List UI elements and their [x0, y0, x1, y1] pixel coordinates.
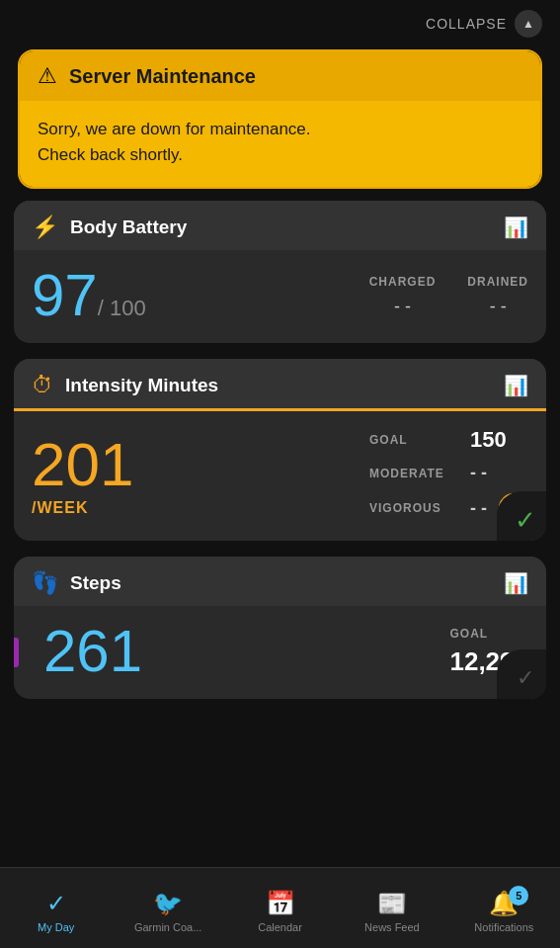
intensity-title: Intensity Minutes	[65, 375, 218, 396]
body-battery-icon: ⚡	[32, 215, 58, 240]
goal-value: 150	[470, 427, 507, 453]
warning-icon: ⚠	[38, 63, 57, 89]
notification-badge: 5	[509, 886, 528, 905]
calendar-icon: 📅	[266, 890, 295, 917]
steps-accent	[14, 638, 19, 667]
charged-value: - -	[394, 297, 411, 317]
nav-label-garmin-coach: Garmin Coa...	[134, 921, 201, 933]
steps-title: Steps	[70, 572, 121, 594]
nav-label-news-feed: News Feed	[364, 921, 420, 933]
intensity-chart-icon[interactable]: 📊	[504, 374, 528, 397]
steps-checkmark-icon: ✓	[517, 665, 534, 691]
body-battery-header: ⚡ Body Battery 📊	[14, 201, 546, 250]
nav-item-news-feed[interactable]: 📰 News Feed	[336, 884, 447, 933]
steps-header: 👣 Steps 📊	[14, 557, 546, 606]
checkmark-icon: ✓	[515, 505, 536, 536]
banner-text-line2: Check back shortly.	[38, 142, 522, 168]
moderate-label: MODERATE	[369, 467, 458, 480]
nav-item-my-day[interactable]: ✓ My Day	[0, 884, 112, 933]
collapse-label: COLLAPSE	[426, 16, 507, 32]
chart-icon[interactable]: 📊	[504, 215, 528, 239]
collapse-button[interactable]: ▲	[515, 10, 542, 38]
steps-icon: 👣	[32, 570, 58, 596]
body-battery-card[interactable]: ⚡ Body Battery 📊 97/ 100 CHARGED - - DRA…	[14, 201, 546, 343]
steps-value: 261	[43, 622, 142, 681]
steps-goal-label: GOAL	[449, 627, 488, 641]
drained-label: DRAINED	[467, 275, 528, 289]
banner-body: Sorry, we are down for maintenance. Chec…	[20, 101, 540, 187]
chevron-up-icon: ▲	[522, 17, 534, 31]
vigorous-label: VIGOROUS	[369, 501, 458, 515]
vigorous-value: - -	[470, 498, 487, 519]
nav-item-garmin-coach[interactable]: 🐦 Garmin Coa...	[112, 884, 223, 933]
nav-label-notifications: Notifications	[474, 921, 533, 933]
news-feed-icon: 📰	[377, 890, 407, 917]
intensity-value: 201	[32, 434, 133, 495]
nav-label-calendar: Calendar	[258, 921, 302, 933]
body-battery-title: Body Battery	[70, 216, 187, 238]
bottom-nav: ✓ My Day 🐦 Garmin Coa... 📅 Calendar 📰 Ne…	[0, 867, 560, 948]
charged-label: CHARGED	[369, 275, 437, 289]
intensity-minutes-card[interactable]: ⏱ Intensity Minutes 📊 201 /WEEK GOAL 150…	[14, 359, 546, 541]
body-battery-max: / 100	[98, 296, 146, 320]
completion-check: ✓	[497, 491, 546, 541]
steps-completion: ✓	[497, 649, 546, 699]
my-day-icon: ✓	[46, 890, 66, 917]
steps-body: 261 GOAL 12,290	[14, 606, 546, 699]
intensity-minutes-header: ⏱ Intensity Minutes 📊	[14, 359, 546, 408]
garmin-coach-icon: 🐦	[153, 890, 183, 917]
body-battery-stats: CHARGED - - DRAINED - -	[369, 275, 528, 317]
maintenance-banner: ⚠ Server Maintenance Sorry, we are down …	[18, 49, 542, 189]
drained-value: - -	[490, 297, 507, 317]
steps-card[interactable]: 👣 Steps 📊 261 GOAL 12,290 ✓	[14, 557, 546, 699]
nav-item-notifications[interactable]: 🔔 5 Notifications	[448, 884, 560, 933]
steps-chart-icon[interactable]: 📊	[504, 571, 528, 595]
banner-text-line1: Sorry, we are down for maintenance.	[38, 117, 522, 142]
body-battery-value: 97	[32, 262, 98, 328]
intensity-unit: /WEEK	[32, 499, 133, 517]
intensity-icon: ⏱	[32, 373, 53, 398]
banner-title: Server Maintenance	[69, 65, 256, 88]
goal-label: GOAL	[369, 433, 458, 447]
banner-header: ⚠ Server Maintenance	[20, 51, 540, 101]
moderate-value: - -	[470, 463, 487, 483]
nav-label-my-day: My Day	[38, 921, 74, 933]
top-bar: COLLAPSE ▲	[0, 0, 560, 43]
intensity-body: 201 /WEEK GOAL 150 MODERATE - - VIGOROUS…	[14, 411, 546, 541]
nav-item-calendar[interactable]: 📅 Calendar	[224, 884, 336, 933]
body-battery-body: 97/ 100 CHARGED - - DRAINED - -	[14, 250, 546, 343]
